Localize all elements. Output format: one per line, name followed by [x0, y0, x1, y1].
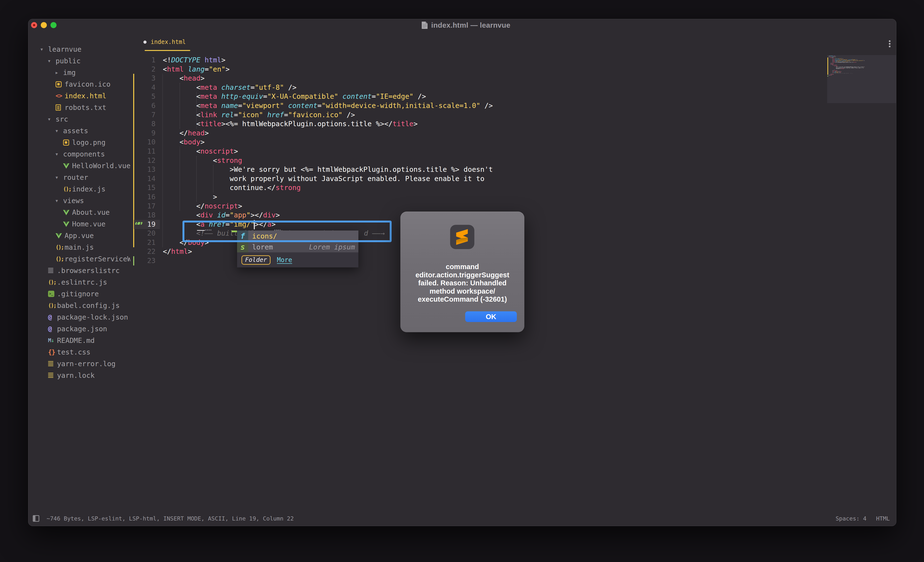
- sidebar-item-label: views: [63, 196, 84, 205]
- traffic-lights: [31, 22, 57, 28]
- sidebar-item-package-lock-json[interactable]: @package-lock.json: [28, 311, 130, 323]
- image-file-icon: [56, 81, 64, 88]
- document-icon: [422, 21, 428, 29]
- sidebar-item-home-vue[interactable]: Home.vue: [28, 218, 130, 230]
- sidebar-file-tree: ▼learnvue▼public▶imgfavicon.ico<>index.h…: [28, 43, 130, 422]
- json-file-icon: @: [48, 325, 57, 333]
- markdown-file-icon: M↓: [48, 337, 57, 344]
- sidebar-item-components[interactable]: ▼components: [28, 148, 130, 160]
- tab-index-html[interactable]: index.html: [143, 39, 186, 45]
- vue-file-icon: [63, 220, 72, 228]
- sidebar-item-assets[interactable]: ▼assets: [28, 125, 130, 136]
- minimap[interactable]: <!DOCTYPE html><html lang="en"> <head> <…: [827, 55, 896, 103]
- sidebar-item-label: assets: [63, 127, 88, 135]
- minimap-git-modified: [827, 57, 828, 75]
- sidebar-item-label: package-lock.json: [57, 313, 128, 321]
- zoom-button-icon[interactable]: [51, 22, 57, 28]
- completion-kind-badge: Folder: [242, 255, 270, 265]
- sidebar-item-yarn-error-log[interactable]: yarn-error.log: [28, 358, 130, 370]
- textdoc-file-icon: [56, 104, 64, 111]
- sidebar-item-babel-config-js[interactable]: ();babel.config.js: [28, 300, 130, 311]
- chevron-right-icon: ▶: [56, 70, 63, 75]
- sidebar-item-readme-md[interactable]: M↓README.md: [28, 335, 130, 346]
- sidebar-item-favicon-ico[interactable]: favicon.ico: [28, 78, 130, 90]
- sidebar-item-src[interactable]: ▼src: [28, 113, 130, 125]
- sidebar-item-label: index.html: [64, 92, 106, 100]
- sidebar-item-label: logo.png: [72, 138, 105, 147]
- vue-file-icon: [63, 162, 72, 169]
- sidebar-item-registerserviceworker-js[interactable]: ();registerServiceWorker.js: [28, 253, 130, 265]
- sidebar-item-label: .browserslistrc: [57, 267, 120, 275]
- sidebar-item-label: About.vue: [72, 208, 110, 216]
- chevron-down-icon: ▼: [56, 129, 63, 133]
- sidebar-item-label: Home.vue: [72, 220, 105, 228]
- sidebar-item-main-js[interactable]: ();main.js: [28, 241, 130, 253]
- js-file-icon: ();: [48, 279, 57, 286]
- sidebar-item-robots-txt[interactable]: robots.txt: [28, 102, 130, 113]
- vue-file-icon: [63, 209, 72, 216]
- sidebar-item-label: package.json: [57, 325, 107, 333]
- sidebar-item-label: README.md: [57, 336, 94, 345]
- sidebar-item-learnvue[interactable]: ▼learnvue: [28, 43, 130, 55]
- annotation-highlight-box: [183, 220, 392, 242]
- sidebar-item-package-json[interactable]: @package.json: [28, 323, 130, 335]
- js-file-icon: ();: [48, 302, 57, 309]
- sidebar-item--eslintrc-js[interactable]: ();.eslintrc.js: [28, 276, 130, 288]
- sidebar-item--browserslistrc[interactable]: .browserslistrc: [28, 265, 130, 276]
- line-numbers: 1234567891011121314151617181920212223: [134, 55, 156, 265]
- tab-modified-dot: [143, 40, 147, 44]
- lines-gray-file-icon: [48, 267, 57, 274]
- sidebar-item-router[interactable]: ▼router: [28, 172, 130, 183]
- sidebar-item-label: yarn.lock: [57, 371, 94, 379]
- close-button-icon[interactable]: [31, 22, 37, 28]
- sidebar-item-views[interactable]: ▼views: [28, 195, 130, 207]
- terminal-file-icon: >_: [48, 290, 57, 298]
- sidebar-item-test-css[interactable]: {}test.css: [28, 346, 130, 358]
- ok-button[interactable]: OK: [465, 311, 517, 322]
- sidebar-item-img[interactable]: ▶img: [28, 67, 130, 78]
- lines-file-icon: [48, 372, 57, 379]
- sidebar-item-yarn-lock[interactable]: yarn.lock: [28, 370, 130, 381]
- sidebar-item-logo-png[interactable]: logo.png: [28, 136, 130, 148]
- vue-file-icon: [56, 232, 64, 239]
- sidebar-item-label: src: [56, 115, 68, 123]
- js-file-icon: ();: [56, 244, 64, 251]
- status-bar: ~746 Bytes, LSP-eslint, LSP-html, INSERT…: [28, 511, 896, 526]
- js-file-icon: ();: [56, 255, 64, 262]
- titlebar: index.html — learnvue: [422, 20, 510, 30]
- autocomplete-item-lorem[interactable]: sloremLorem ipsum: [237, 241, 358, 252]
- sidebar-item-label: public: [56, 57, 81, 65]
- chevron-down-icon: ▼: [48, 59, 56, 63]
- sidebar-item-label: main.js: [64, 243, 94, 252]
- tab-active-underline: [145, 50, 190, 51]
- sidebar-item-label: registerServiceWorker.js: [64, 255, 130, 263]
- status-info: ~746 Bytes, LSP-eslint, LSP-html, INSERT…: [46, 515, 294, 522]
- sidebar-item-label: yarn-error.log: [57, 360, 116, 368]
- sidebar-toggle-icon[interactable]: [33, 515, 39, 522]
- sidebar-item-app-vue[interactable]: App.vue: [28, 230, 130, 241]
- sidebar-item-label: robots.txt: [64, 103, 106, 112]
- css-file-icon: {}: [48, 348, 57, 356]
- chevron-down-icon: ▼: [56, 198, 63, 203]
- sidebar-item-public[interactable]: ▼public: [28, 55, 130, 67]
- sidebar-item--gitignore[interactable]: >_.gitignore: [28, 288, 130, 300]
- status-syntax[interactable]: HTML: [876, 515, 890, 522]
- sidebar-item-about-vue[interactable]: About.vue: [28, 207, 130, 218]
- more-link[interactable]: More: [277, 256, 292, 264]
- status-indentation[interactable]: Spaces: 4: [836, 515, 867, 522]
- sidebar-item-label: babel.config.js: [57, 301, 120, 310]
- sidebar-item-index-html[interactable]: <>index.html: [28, 90, 130, 102]
- tab-label: index.html: [151, 39, 186, 45]
- alert-dialog: commandeditor.action.triggerSuggestfaile…: [400, 211, 524, 332]
- sidebar-item-helloworld-vue[interactable]: HelloWorld.vue: [28, 160, 130, 172]
- sidebar-item-index-js[interactable]: ();index.js: [28, 183, 130, 195]
- chevron-down-icon: ▼: [56, 175, 63, 180]
- completion-kind-icon: s: [237, 241, 248, 252]
- sidebar-item-label: HelloWorld.vue: [72, 162, 130, 170]
- tab-overflow-menu-icon[interactable]: [887, 39, 892, 49]
- window-title: index.html — learnvue: [431, 21, 510, 29]
- completion-label: lorem: [252, 243, 273, 251]
- minimap-git-added: [827, 76, 828, 77]
- minimize-button-icon[interactable]: [41, 22, 47, 28]
- sidebar-item-label: img: [63, 69, 76, 77]
